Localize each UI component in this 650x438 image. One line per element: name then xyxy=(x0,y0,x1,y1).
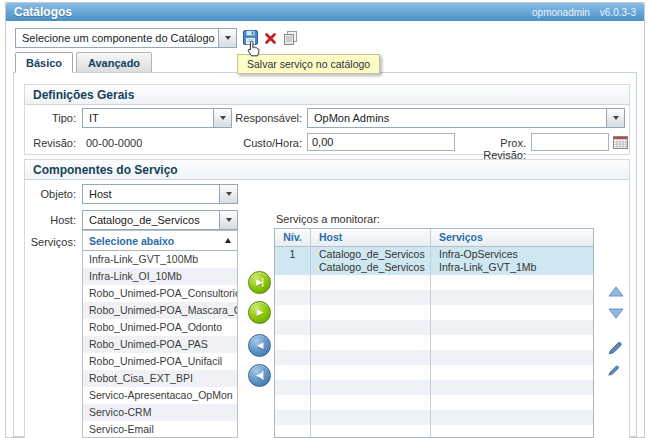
catalog-component-select[interactable]: Selecione um componente do Catálogo xyxy=(15,28,237,48)
services-listbox: Selecione abaixo Infra-Link_GVT_100MbInf… xyxy=(82,230,238,438)
empty-cell xyxy=(431,350,593,365)
monitor-empty-rows xyxy=(275,275,593,438)
move-row-down-icon[interactable] xyxy=(608,308,624,319)
edit-icon[interactable] xyxy=(607,340,623,356)
copy-icon[interactable] xyxy=(283,30,298,45)
tipo-select-value: IT xyxy=(83,109,213,127)
move-all-right-button[interactable]: ▶| xyxy=(248,271,271,294)
dropdown-button[interactable] xyxy=(219,211,237,229)
tab-avancado[interactable]: Avançado xyxy=(76,52,152,73)
monitor-table-header: Nív. Host Serviços xyxy=(275,229,593,247)
empty-cell xyxy=(311,410,431,425)
objeto-label: Objeto: xyxy=(24,188,76,200)
empty-cell xyxy=(431,275,593,290)
service-line: Infra-Link_GVT_1Mb xyxy=(439,261,593,274)
service-list-item[interactable]: Infra-Link_GVT_100Mb xyxy=(83,251,237,268)
delete-icon[interactable] xyxy=(264,32,277,45)
responsavel-select-value: OpMon Admins xyxy=(308,109,606,127)
host-select-value: Catalogo_de_Servicos xyxy=(83,211,219,229)
selected-row-host-lines: Catalogo_de_ServicosCatalogo_de_Servicos xyxy=(311,247,431,275)
monitor-table: Nív. Host Serviços 1 Catalogo_de_Servico… xyxy=(274,228,594,438)
empty-table-row xyxy=(275,380,593,395)
empty-cell xyxy=(275,425,311,438)
move-left-button[interactable]: ◀ xyxy=(248,334,271,357)
objeto-select[interactable]: Host xyxy=(82,184,238,204)
chevron-down-icon xyxy=(220,116,226,120)
empty-cell xyxy=(275,380,311,395)
host-line: Catalogo_de_Servicos xyxy=(319,248,430,261)
revisao-label: Revisão: xyxy=(24,137,76,149)
service-list-item[interactable]: Robo_Unimed-POA_Odonto xyxy=(83,319,237,336)
host-select[interactable]: Catalogo_de_Servicos xyxy=(82,210,238,230)
empty-table-row xyxy=(275,305,593,320)
move-all-left-icon: ◀| xyxy=(256,371,263,380)
service-list-item[interactable]: Robo_Unimed-POA_Unifacil xyxy=(83,353,237,370)
empty-cell xyxy=(311,380,431,395)
empty-cell xyxy=(275,350,311,365)
prox-revisao-input[interactable] xyxy=(531,133,609,151)
empty-cell xyxy=(431,395,593,410)
service-list-item[interactable]: Robo_Unimed-POA_PAS xyxy=(83,336,237,353)
save-tooltip: Salvar serviço no catálogo xyxy=(237,54,380,74)
move-left-icon: ◀ xyxy=(257,341,263,350)
empty-cell xyxy=(311,365,431,380)
catalog-component-select-value: Selecione um componente do Catálogo xyxy=(16,29,218,47)
service-list-item[interactable]: Servico-CRM xyxy=(83,404,237,421)
service-list-item[interactable]: Servico-Apresentacao_OpMon xyxy=(83,387,237,404)
logged-user: opmonadmin xyxy=(532,7,590,18)
empty-table-row xyxy=(275,350,593,365)
mouse-cursor-hand-icon xyxy=(247,40,260,57)
empty-table-row xyxy=(275,320,593,335)
empty-cell xyxy=(275,335,311,350)
dropdown-button[interactable] xyxy=(606,109,624,127)
empty-cell xyxy=(311,350,431,365)
tab-basico[interactable]: Básico xyxy=(15,52,73,73)
revisao-value: 00-00-0000 xyxy=(86,137,142,149)
move-row-up-icon[interactable] xyxy=(608,286,624,297)
empty-cell xyxy=(431,410,593,425)
column-header-host[interactable]: Host xyxy=(311,229,431,246)
empty-table-row xyxy=(275,395,593,410)
empty-cell xyxy=(431,320,593,335)
move-right-button[interactable]: ▶ xyxy=(248,301,271,324)
services-list-header[interactable]: Selecione abaixo xyxy=(83,231,237,251)
monitor-table-selected-row[interactable]: 1 Catalogo_de_ServicosCatalogo_de_Servic… xyxy=(275,247,593,275)
empty-cell xyxy=(275,365,311,380)
empty-cell xyxy=(311,275,431,290)
empty-table-row xyxy=(275,425,593,438)
services-list-items: Infra-Link_GVT_100MbInfra-Link_OI_10MbRo… xyxy=(83,251,237,438)
host-line: Catalogo_de_Servicos xyxy=(319,261,430,274)
dropdown-button[interactable] xyxy=(219,185,237,203)
service-list-item[interactable]: Robot_Cisa_EXT_BPI xyxy=(83,370,237,387)
empty-cell xyxy=(275,320,311,335)
column-header-servicos[interactable]: Serviços xyxy=(431,229,593,246)
empty-table-row xyxy=(275,365,593,380)
service-list-item[interactable]: Infra-Link_OI_10Mb xyxy=(83,268,237,285)
empty-cell xyxy=(431,380,593,395)
app-version: v6.0.3-3 xyxy=(600,7,636,18)
host-label: Host: xyxy=(24,214,76,226)
column-header-niv[interactable]: Nív. xyxy=(275,229,311,246)
services-list-header-label: Selecione abaixo xyxy=(89,235,174,247)
calendar-icon[interactable] xyxy=(613,135,628,149)
empty-cell xyxy=(311,320,431,335)
empty-cell xyxy=(311,335,431,350)
empty-cell xyxy=(275,410,311,425)
service-list-item[interactable]: Robo_Unimed-POA_Consultorio xyxy=(83,285,237,302)
responsavel-select[interactable]: OpMon Admins xyxy=(307,108,625,128)
dropdown-button[interactable] xyxy=(218,29,236,47)
edit-small-icon[interactable] xyxy=(607,364,620,377)
monitor-label: Serviços a monitorar: xyxy=(276,213,380,225)
page-title: Catálogos xyxy=(14,5,72,19)
empty-table-row xyxy=(275,275,593,290)
empty-cell xyxy=(275,305,311,320)
empty-cell xyxy=(275,395,311,410)
tipo-select[interactable]: IT xyxy=(82,108,232,128)
empty-cell xyxy=(275,290,311,305)
service-list-item[interactable]: Robo_Unimed-POA_Mascara_Cadastral xyxy=(83,302,237,319)
move-all-left-button[interactable]: ◀| xyxy=(248,364,271,387)
sort-asc-icon xyxy=(225,238,231,243)
service-list-item[interactable]: Servico-Email xyxy=(83,421,237,438)
custo-hora-input[interactable] xyxy=(307,133,455,151)
empty-cell xyxy=(431,425,593,438)
